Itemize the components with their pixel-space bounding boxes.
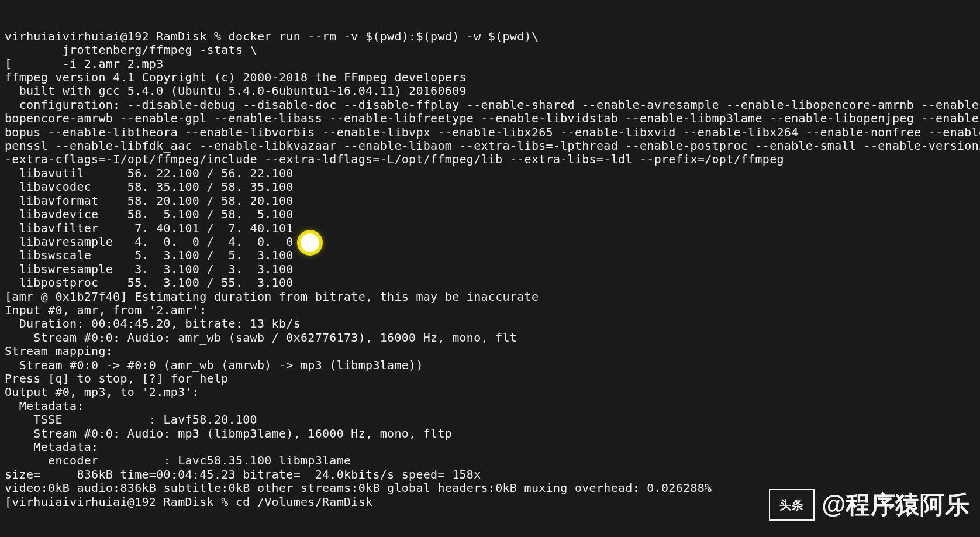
terminal-line: libavutil 56. 22.100 / 56. 22.100 [5,167,975,180]
terminal-line: Press [q] to stop, [?] for help [5,372,975,385]
terminal-line: libswresample 3. 3.100 / 3. 3.100 [5,263,975,276]
terminal-line: encoder : Lavc58.35.100 libmp3lame [5,454,975,467]
terminal-line: libavcodec 58. 35.100 / 58. 35.100 [5,180,975,194]
terminal-line: libswscale 5. 3.100 / 5. 3.100 [5,249,975,262]
terminal-line: [amr @ 0x1b27f40] Estimating duration fr… [5,290,975,304]
terminal-line: virhuiaivirhuiai@192 RamDisk % docker ru… [5,30,975,43]
terminal-line: jrottenberg/ffmpeg -stats \ [5,43,975,57]
terminal-line: size= 836kB time=00:04:45.23 bitrate= 24… [5,468,975,481]
terminal-line: Metadata: [5,400,975,413]
terminal-line: libpostproc 55. 3.100 / 55. 3.100 [5,276,975,290]
terminal-line: Stream #0:0 -> #0:0 (amr_wb (amrwb) -> m… [5,359,975,372]
terminal-line: bopus --enable-libtheora --enable-libvor… [5,126,975,139]
terminal-line: TSSE : Lavf58.20.100 [5,413,975,426]
terminal-line: Metadata: [5,440,975,454]
terminal-line: video:0kB audio:836kB subtitle:0kB other… [5,481,975,495]
terminal-line: libavfilter 7. 40.101 / 7. 40.101 [5,222,975,235]
terminal-line: Output #0, mp3, to '2.mp3': [5,385,975,399]
terminal-line: [ -i 2.amr 2.mp3 [5,57,975,71]
terminal-line: configuration: --disable-debug --disable… [5,98,975,112]
terminal-line: libavdevice 58. 5.100 / 58. 5.100 [5,208,975,221]
terminal-window[interactable]: virhuiaivirhuiai@192 RamDisk % docker ru… [0,0,980,537]
terminal-line: Stream #0:0: Audio: amr_wb (sawb / 0x627… [5,331,975,345]
terminal-line: Stream mapping: [5,345,975,358]
terminal-line: bopencore-amrwb --enable-gpl --enable-li… [5,112,975,125]
terminal-line: [virhuiaivirhuiai@192 RamDisk % cd /Volu… [5,495,975,509]
terminal-line: Stream #0:0: Audio: mp3 (libmp3lame), 16… [5,427,975,440]
terminal-line: built with gcc 5.4.0 (Ubuntu 5.4.0-6ubun… [5,84,975,98]
terminal-line: -extra-cflags=-I/opt/ffmpeg/include --ex… [5,153,975,166]
terminal-line: Input #0, amr, from '2.amr': [5,304,975,317]
terminal-line: libavresample 4. 0. 0 / 4. 0. 0 [5,235,975,249]
terminal-line: libavformat 58. 20.100 / 58. 20.100 [5,194,975,208]
terminal-line: ffmpeg version 4.1 Copyright (c) 2000-20… [5,71,975,84]
terminal-line: penssl --enable-libfdk_aac --enable-libk… [5,139,975,153]
terminal-output: virhuiaivirhuiai@192 RamDisk % docker ru… [5,30,975,509]
terminal-line: Duration: 00:04:45.20, bitrate: 13 kb/s [5,317,975,331]
